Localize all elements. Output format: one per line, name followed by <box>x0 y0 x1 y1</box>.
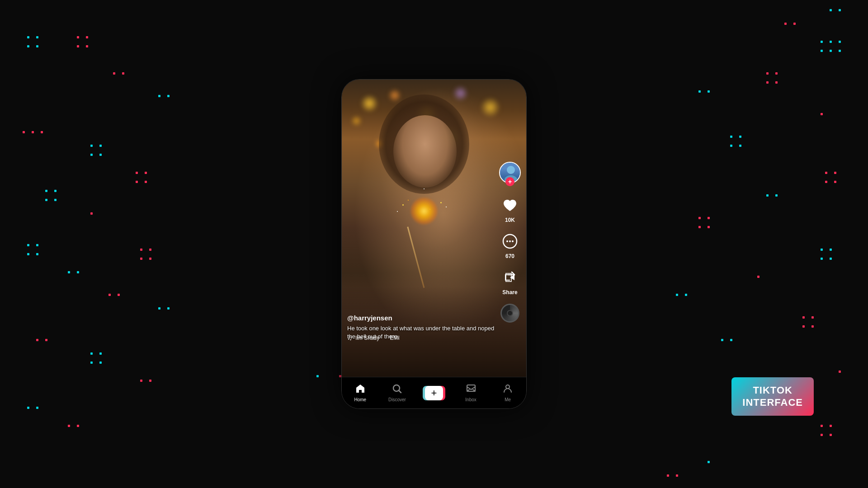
dot <box>811 325 814 328</box>
svg-point-4 <box>509 240 511 242</box>
spark <box>446 206 447 207</box>
dot <box>86 36 88 38</box>
like-count: 10K <box>505 217 515 223</box>
dot <box>839 41 841 43</box>
tiktok-brand-line2: INTERFACE <box>742 397 803 408</box>
sparkler-glow <box>410 197 438 225</box>
tiktok-brand-badge: TIKTOK INTERFACE <box>731 377 814 416</box>
dot <box>77 271 79 273</box>
dot <box>802 325 805 328</box>
dot <box>90 361 93 364</box>
dot <box>830 50 832 52</box>
search-icon <box>392 384 402 395</box>
dot <box>68 425 70 427</box>
dot <box>113 72 115 75</box>
dot <box>36 244 38 246</box>
follow-plus-badge[interactable]: + <box>505 177 514 186</box>
dot <box>54 190 57 192</box>
dot <box>23 131 25 133</box>
comment-icon[interactable] <box>500 231 520 251</box>
nav-inbox[interactable]: Inbox <box>458 384 485 402</box>
dot <box>830 258 832 260</box>
dot <box>140 380 142 382</box>
dot <box>36 339 38 341</box>
dot <box>149 258 151 260</box>
svg-point-0 <box>507 166 515 174</box>
music-label-text: EMI <box>390 335 400 341</box>
share-label: Share <box>502 289 517 296</box>
dot <box>676 474 678 477</box>
svg-line-8 <box>399 391 401 393</box>
dot <box>90 212 93 215</box>
actions-panel: + 10K <box>499 162 521 323</box>
dot <box>821 258 823 260</box>
dot <box>136 172 138 174</box>
music-bar[interactable]: ♫ lim Shady EMI <box>347 334 499 342</box>
disc-center <box>507 310 513 316</box>
dot <box>830 9 832 11</box>
nav-home[interactable]: Home <box>347 384 374 402</box>
dot <box>36 407 38 409</box>
dot <box>77 425 79 427</box>
creator-avatar-container[interactable]: + <box>499 162 521 183</box>
dot <box>830 249 832 251</box>
dot <box>698 226 701 228</box>
dot <box>708 226 710 228</box>
comment-button[interactable]: 670 <box>500 231 520 259</box>
video-content[interactable]: + 10K <box>342 80 526 377</box>
dot <box>839 9 841 11</box>
svg-point-10 <box>506 385 509 389</box>
svg-point-3 <box>506 240 508 242</box>
music-disc-button[interactable] <box>500 304 519 323</box>
dot <box>145 181 147 183</box>
discover-label: Discover <box>388 397 406 402</box>
home-label: Home <box>354 397 366 402</box>
dot <box>811 316 814 319</box>
dot <box>730 136 732 138</box>
dot <box>77 45 79 47</box>
dot <box>721 339 723 341</box>
like-button[interactable]: 10K <box>500 195 520 223</box>
dot <box>685 294 687 296</box>
nav-discover[interactable]: Discover <box>383 384 410 402</box>
dot <box>802 316 805 319</box>
dot <box>36 253 38 255</box>
dot <box>676 294 678 296</box>
home-icon <box>355 384 365 395</box>
dot <box>27 36 29 38</box>
music-disc <box>500 304 519 323</box>
add-icon: + <box>431 388 437 398</box>
creator-username[interactable]: @harryjensen <box>347 314 495 322</box>
profile-icon <box>503 384 513 395</box>
dot <box>821 425 823 427</box>
svg-point-5 <box>512 240 514 242</box>
person-face <box>393 115 457 188</box>
music-track-text: lim Shady <box>356 335 380 341</box>
spark <box>424 188 425 189</box>
share-button[interactable]: Share <box>500 267 520 296</box>
music-track-name: lim Shady EMI <box>356 335 400 341</box>
dot <box>821 113 823 115</box>
dot <box>730 145 732 147</box>
nav-me[interactable]: Me <box>494 384 521 402</box>
dot <box>730 339 732 341</box>
dot <box>834 172 836 174</box>
dot <box>27 407 29 409</box>
dot <box>32 131 34 133</box>
dot <box>698 217 701 219</box>
dot <box>739 136 741 138</box>
dot <box>90 145 93 147</box>
dot <box>145 172 147 174</box>
dot <box>118 294 120 296</box>
dot <box>766 194 769 197</box>
nav-add[interactable]: + <box>420 386 448 400</box>
share-icon[interactable] <box>500 267 520 287</box>
music-note-icon: ♫ <box>347 334 352 342</box>
dot <box>830 41 832 43</box>
heart-icon[interactable] <box>500 195 520 215</box>
me-label: Me <box>505 397 511 402</box>
dot <box>27 45 29 47</box>
bokeh-light <box>388 89 401 102</box>
dot <box>775 194 778 197</box>
dot <box>90 352 93 355</box>
